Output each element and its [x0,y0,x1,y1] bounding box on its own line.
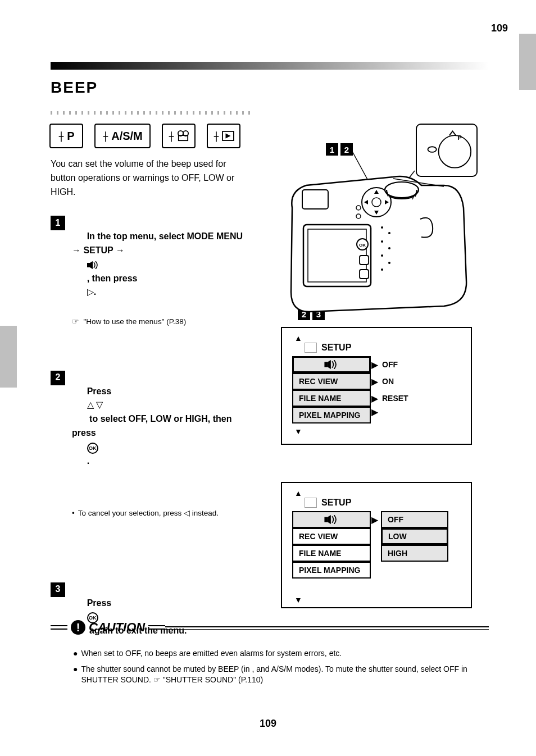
beep-icon [324,515,339,524]
scroll-down-icon: ▼ [294,595,464,604]
playback-icon [222,131,234,141]
step1-text-b: , then press [87,274,140,283]
menu1-val-2: RESET [379,390,408,407]
step1-ref: ☞ "How to use the menus" (P.38) [72,317,253,327]
step2-text-a: Press [87,386,114,396]
menu1-item-2[interactable]: FILE NAME [292,390,371,407]
menu2-item-1[interactable]: REC VIEW [292,528,371,545]
intro-text: You can set the volume of the beep used … [51,157,253,199]
step2-text-b: to select OFF, LOW or HIGH, then press [72,414,234,438]
svg-point-24 [381,254,383,257]
right-caret-icon: ▶ [371,407,379,417]
right-caret-icon: ▶ [371,390,379,407]
svg-point-5 [439,135,471,167]
step-2: 2 Press △ ▽ to select OFF, LOW or HIGH, … [51,371,253,567]
menu2-tab: SETUP [321,498,351,508]
step-3: 3 Press OK again to exit the menu. [51,582,253,652]
ok-icon: OK [87,443,98,454]
step2-note: •To cancel your selection, press ◁ inste… [72,508,253,518]
caution-header: ! CAUTION [51,620,489,635]
step-1: 1 In the top menu, select MODE MENU → SE… [51,216,253,354]
step2-text-c: . [87,456,89,466]
menu1-item-1[interactable]: REC VIEW [292,373,371,390]
menu2-item-beep[interactable] [292,511,371,528]
svg-point-23 [388,247,390,249]
right-outline-icon: ▷ [87,287,94,297]
page-number-top: 109 [491,22,508,34]
menu2-item-3[interactable]: PIXEL MAPPING [292,562,371,579]
caution-label: CAUTION [89,620,145,635]
step-number-3: 3 [51,582,65,597]
svg-point-27 [385,182,419,198]
scroll-down-icon: ▼ [294,427,464,436]
menu-panel-1: ▲ SETUP REC VIEW FILE NAME PIXEL MAPPING… [281,327,472,445]
svg-point-6 [428,147,436,152]
step-number-1: 1 [51,216,65,230]
movie-icon [177,130,189,142]
mode-dial-row: ⟊P ⟊A/S/M ⟊ ⟊ [49,124,240,148]
svg-text:P: P [457,134,462,141]
up-outline-icon: △ [87,400,94,409]
caution-icon: ! [71,620,85,635]
svg-rect-31 [324,517,328,522]
dial-icon-asm: ⟊A/S/M [94,124,151,148]
step-number-2: 2 [51,371,65,385]
page-number-bottom: 109 [260,718,276,730]
caution-bullet-2: ●The shutter sound cannot be muted by BE… [73,664,489,686]
menu-panel-2: ▲ SETUP REC VIEW FILE NAME PIXEL MAPPING… [281,482,472,608]
scroll-up-icon: ▲ [294,489,464,498]
dotted-rule [51,111,253,115]
dial-icon-movie: ⟊ [162,124,196,148]
camera-figure: 1 2 2 3 P OK [275,124,478,320]
step3-text-a: Press [87,598,114,608]
svg-point-22 [381,240,383,243]
beep-icon [324,360,339,369]
svg-point-21 [388,232,390,234]
menu1-val-0: OFF [379,356,398,373]
right-caret-icon: ▶ [371,373,379,390]
menu1-item-beep[interactable] [292,356,371,373]
svg-rect-13 [302,190,328,209]
menu1-item-3[interactable]: PIXEL MAPPING [292,407,371,423]
step1-text-a: In the top menu, select MODE MENU → SETU… [72,231,245,255]
scroll-up-icon: ▲ [294,334,464,343]
menu2-item-2[interactable]: FILE NAME [292,545,371,562]
svg-text:OK: OK [359,243,366,248]
menu2-right-2[interactable]: HIGH [381,545,448,562]
header-rule [51,62,489,70]
menu1-val-1: ON [379,373,394,390]
svg-point-26 [381,268,383,271]
svg-point-25 [388,262,390,264]
page-title: BEEP [51,79,98,97]
side-tab-right [519,34,536,90]
menu2-right-0[interactable]: OFF [381,511,448,528]
right-caret-icon: ▶ [371,356,379,373]
svg-rect-19 [360,270,369,279]
menu2-right-1[interactable]: LOW [381,528,448,545]
caution-body: ●When set to OFF, no beeps are emitted e… [73,646,489,690]
down-outline-icon: ▽ [96,400,103,409]
zoom-inset: P [416,124,478,177]
caution-bullet-1: ●When set to OFF, no beeps are emitted e… [73,648,489,659]
dial-icon-p: ⟊P [49,124,83,148]
svg-rect-4 [87,263,90,267]
dial-icon-play: ⟊ [207,124,240,148]
menu1-tab: SETUP [321,343,351,353]
side-tab-left [0,326,17,388]
svg-rect-18 [360,256,369,265]
svg-rect-30 [324,362,328,367]
beep-icon [87,259,99,269]
svg-point-20 [381,226,383,229]
right-caret-icon: ▶ [371,511,379,528]
